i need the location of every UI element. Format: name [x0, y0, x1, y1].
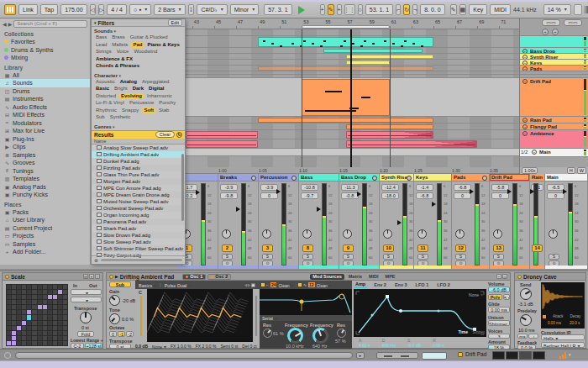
track-header-flangy-pad[interactable]: •Flangy Pad: [520, 124, 588, 130]
scale-cell[interactable]: [17, 326, 21, 330]
sidebar-item-favorites[interactable]: Favorites: [0, 38, 90, 46]
voices-value[interactable]: 3: [488, 334, 510, 339]
scale-cell[interactable]: [12, 310, 16, 314]
scale-cell[interactable]: [53, 315, 57, 319]
tab-midi[interactable]: MIDI: [366, 274, 381, 280]
range-value[interactable]: +128 st: [85, 343, 102, 349]
result-item[interactable]: Drifting Ambient Pad.adv: [92, 151, 185, 158]
scale-cell[interactable]: [22, 336, 26, 340]
scale-cell[interactable]: [63, 300, 67, 304]
time-signature-field[interactable]: 4 / 4: [107, 4, 127, 15]
filter-tag[interactable]: Piano & Keys: [145, 42, 181, 49]
scale-cell[interactable]: [7, 305, 11, 309]
pan-knob[interactable]: [262, 229, 271, 239]
filter-tag[interactable]: Strings: [94, 49, 113, 55]
fit-height-button[interactable]: H: [567, 167, 575, 174]
pan-knob[interactable]: [493, 229, 502, 239]
filter-tag[interactable]: Basic: [94, 86, 111, 92]
tab-matrix[interactable]: Matrix: [346, 274, 365, 280]
scale-cell[interactable]: [12, 290, 16, 294]
scale-cell[interactable]: [63, 331, 67, 335]
mixer-track-name[interactable]: Synth Riser: [380, 174, 413, 181]
scale-cell[interactable]: [48, 290, 52, 294]
scale-cell[interactable]: [58, 290, 62, 294]
sidebar-item-modulators[interactable]: ≈Modulators: [0, 119, 90, 128]
pan-knob[interactable]: [343, 229, 352, 239]
key-map-button[interactable]: Key: [469, 4, 487, 15]
octave-button[interactable]: -1: [118, 331, 125, 337]
track-activator[interactable]: 11: [417, 244, 428, 252]
scale-cell[interactable]: [38, 341, 42, 345]
clip[interactable]: [302, 79, 389, 116]
sidebar-item-samples[interactable]: ▭Samples: [0, 240, 90, 249]
mixer-track-name[interactable]: Keys: [414, 174, 451, 181]
arrangement-overview-button[interactable]: ▭▭: [542, 19, 560, 26]
zoom-out-icon[interactable]: +: [552, 29, 559, 35]
result-item[interactable]: Muted Noise Sweep Pad.adv: [92, 198, 185, 205]
track-arm-icon[interactable]: •: [522, 124, 528, 129]
scale-cell[interactable]: [12, 295, 16, 299]
ir-attack-value[interactable]: 0.00 ms: [548, 321, 561, 325]
scale-cell[interactable]: [58, 315, 62, 319]
scale-cell[interactable]: [58, 310, 62, 314]
scale-cell[interactable]: [12, 315, 16, 319]
scale-cell[interactable]: [48, 331, 52, 335]
scale-cell[interactable]: [43, 295, 47, 299]
sidebar-item-mixing[interactable]: Mixing: [0, 54, 90, 62]
scale-cell[interactable]: [43, 336, 47, 340]
track-arm-icon[interactable]: •: [522, 131, 528, 136]
pan-knob[interactable]: [222, 229, 231, 239]
filter-tag[interactable]: Guitar & Plucked: [129, 34, 170, 41]
track-activator[interactable]: 9: [343, 244, 354, 252]
scale-out-select[interactable]: [71, 297, 102, 302]
env-target-select[interactable]: None: [469, 292, 483, 297]
scale-device-title-bar[interactable]: Scale ▤▾▽: [3, 273, 102, 281]
volume-value[interactable]: -6.0 dB: [488, 287, 510, 292]
sidebar-item-current-project[interactable]: ▤Current Project: [0, 224, 90, 233]
sidebar-item-packs[interactable]: ▣Packs: [0, 208, 90, 217]
time-ruler[interactable]: 1:001:051:101:151:201:251:301:35: [186, 167, 519, 174]
scale-cell[interactable]: [43, 300, 47, 304]
wavetable-title-bar[interactable]: ▶ Drifting Ambient Pad Osc 1 Osc 2 Mod S…: [107, 273, 510, 281]
sidebar-item-max-for-live[interactable]: ⊞Max for Live: [0, 127, 90, 135]
scale-cell[interactable]: [22, 300, 26, 304]
scale-cell[interactable]: [12, 321, 16, 325]
filter-tag[interactable]: Dark: [131, 86, 145, 92]
scale-cell[interactable]: [17, 295, 21, 299]
scale-cell[interactable]: [27, 310, 31, 314]
clip[interactable]: [186, 140, 258, 148]
sidebar-item-samples[interactable]: ≣Samples: [0, 151, 90, 160]
solo-button[interactable]: S: [302, 254, 313, 260]
chain-preview-icon[interactable]: ▸: [356, 352, 365, 359]
track-header-rain-pad[interactable]: •Rain Pad: [520, 117, 588, 124]
chain-highlight-box[interactable]: [422, 352, 447, 360]
scale-cell[interactable]: [17, 331, 21, 335]
pan-knob[interactable]: [383, 229, 392, 239]
clip[interactable]: [323, 49, 422, 53]
midi-keyboard-icon[interactable]: [4, 4, 16, 15]
scale-cell[interactable]: [17, 341, 21, 345]
scale-cell[interactable]: [58, 321, 62, 325]
wavetable-display[interactable]: [147, 289, 253, 342]
sidebar-item-projects[interactable]: ▭Projects: [0, 232, 90, 240]
device-title-icons[interactable]: ▤▾▽: [83, 274, 100, 279]
result-item[interactable]: Slow Drown Pad.adg: [92, 232, 185, 239]
solo-button[interactable]: S: [549, 254, 559, 260]
filter-tag[interactable]: Lead: [94, 42, 108, 49]
predelay-sync-toggle[interactable]: ♪: [528, 334, 538, 339]
predelay-knob[interactable]: [520, 314, 532, 326]
arrangement-lane[interactable]: [186, 149, 519, 156]
zoom-in-icon[interactable]: +: [542, 29, 549, 35]
loop-start-field[interactable]: 53. 1. 1: [365, 4, 393, 15]
solo-button[interactable]: S: [383, 254, 394, 260]
track-header-keys[interactable]: •Keys: [520, 60, 588, 66]
punch-out-button[interactable]: ¬: [412, 4, 417, 15]
peak-level-field[interactable]: -12.4: [381, 184, 399, 191]
peak-level-field[interactable]: -6.8: [454, 184, 471, 191]
mixer-strip-bass-drop[interactable]: Bass Drop-11.3-0.8612182430364248609S⊙: [339, 174, 380, 269]
scale-cell[interactable]: [58, 336, 62, 340]
scale-cell[interactable]: [38, 310, 42, 314]
filter-tag[interactable]: Bright: [113, 86, 129, 92]
quantize-menu[interactable]: 2 Bars: [154, 4, 185, 15]
filter-tag[interactable]: Acoustic: [94, 79, 117, 86]
